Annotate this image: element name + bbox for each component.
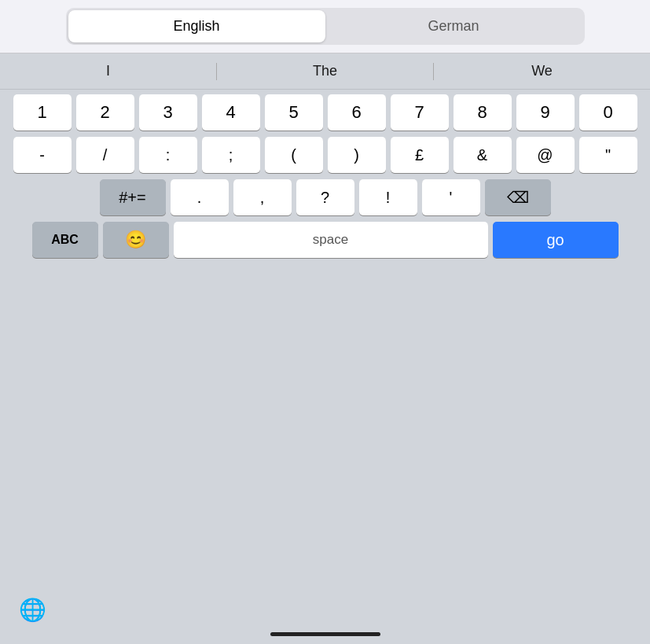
language-switcher: English German: [66, 8, 585, 45]
suggestion-we[interactable]: We: [434, 60, 650, 83]
key-close-paren[interactable]: ): [328, 137, 386, 173]
german-tab[interactable]: German: [325, 10, 582, 42]
number-row: 1 2 3 4 5 6 7 8 9 0: [3, 94, 647, 131]
key-question[interactable]: ?: [296, 179, 354, 215]
symbol-row: - / : ; ( ) £ & @ ": [3, 137, 647, 173]
globe-row: 🌐: [0, 594, 650, 626]
key-3[interactable]: 3: [139, 94, 197, 131]
bottom-area: 🌐: [0, 589, 650, 644]
key-9[interactable]: 9: [516, 94, 575, 131]
key-semicolon[interactable]: ;: [202, 137, 260, 173]
third-row: #+= . , ? ! ' ⌫: [3, 179, 647, 215]
globe-button[interactable]: 🌐: [13, 594, 53, 626]
abc-key[interactable]: ABC: [32, 222, 98, 258]
backspace-key[interactable]: ⌫: [485, 179, 551, 215]
key-exclamation[interactable]: !: [359, 179, 417, 215]
suggestion-the[interactable]: The: [217, 60, 433, 83]
key-slash[interactable]: /: [76, 137, 134, 173]
key-quote[interactable]: ": [579, 137, 637, 173]
key-pound[interactable]: £: [391, 137, 449, 173]
key-1[interactable]: 1: [13, 94, 72, 131]
shift-key[interactable]: #+=: [100, 179, 166, 215]
key-5[interactable]: 5: [265, 94, 323, 131]
key-period[interactable]: .: [171, 179, 229, 215]
key-colon[interactable]: :: [139, 137, 197, 173]
suggestions-bar: I The We: [0, 53, 650, 90]
key-8[interactable]: 8: [454, 94, 512, 131]
keyboard: 1 2 3 4 5 6 7 8 9 0 - / : ; ( ) £ & @ " …: [0, 90, 650, 589]
key-comma[interactable]: ,: [233, 179, 292, 215]
go-key[interactable]: go: [493, 222, 619, 258]
key-at[interactable]: @: [516, 137, 575, 173]
english-tab[interactable]: English: [68, 10, 325, 42]
space-key[interactable]: space: [174, 222, 488, 258]
key-open-paren[interactable]: (: [265, 137, 323, 173]
suggestion-i[interactable]: I: [0, 60, 216, 83]
top-bar: English German: [0, 0, 650, 53]
home-indicator: [270, 632, 380, 636]
key-2[interactable]: 2: [76, 94, 134, 131]
key-ampersand[interactable]: &: [454, 137, 512, 173]
key-7[interactable]: 7: [391, 94, 449, 131]
emoji-key[interactable]: 😊: [103, 222, 169, 258]
key-dash[interactable]: -: [13, 137, 72, 173]
key-4[interactable]: 4: [202, 94, 260, 131]
bottom-row: ABC 😊 space go: [3, 222, 647, 258]
backspace-icon: ⌫: [507, 188, 529, 207]
key-6[interactable]: 6: [328, 94, 386, 131]
key-apostrophe[interactable]: ': [422, 179, 480, 215]
key-0[interactable]: 0: [579, 94, 637, 131]
